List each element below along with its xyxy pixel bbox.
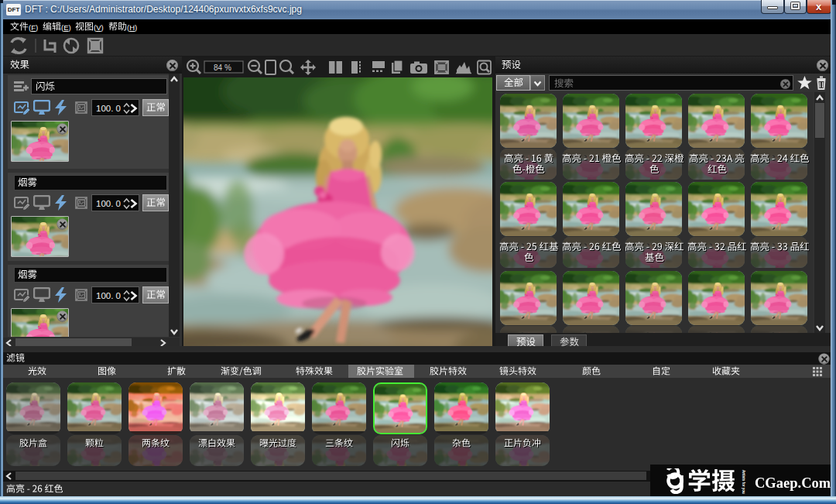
svg-text:84 %: 84 % xyxy=(214,63,231,72)
